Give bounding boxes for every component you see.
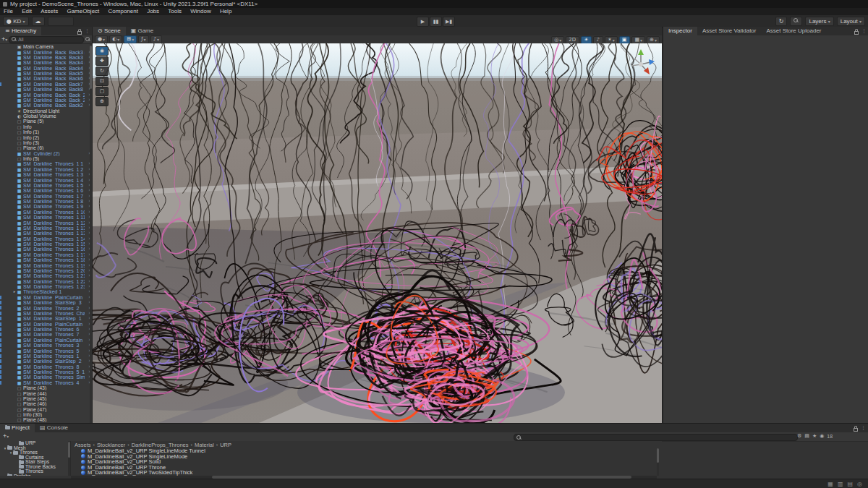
hierarchy-item[interactable]: SM_Darkline_Thrones_2 <box>0 305 92 310</box>
tab-scene[interactable]: ⊙ Scene <box>93 27 126 35</box>
hierarchy-item[interactable]: SM_Darkline_Thrones_1 14 <box>0 236 92 241</box>
view-tool[interactable]: ◉ <box>95 46 109 56</box>
hierarchy-item[interactable]: SM_Darkline_Thrones_1 21 <box>0 273 92 278</box>
hierarchy-item[interactable]: SM_Darkline_Back_Back8 <box>0 87 92 92</box>
search-by-label-icon[interactable]: ▤ <box>804 433 809 439</box>
lock-icon[interactable] <box>853 426 858 431</box>
hierarchy-item[interactable]: SM_Darkline_Back_Back_2 (1) <box>0 92 92 97</box>
hierarchy-item[interactable]: SM_Darkline_Back_Back4 <box>0 66 92 71</box>
hierarchy-item[interactable]: Info <box>0 124 92 129</box>
hierarchy-item[interactable]: SM_Darkline_Thrones_1 2 <box>0 167 92 172</box>
menu-item[interactable]: Jobs <box>143 8 163 15</box>
hierarchy-item[interactable]: SM_Darkline_Thrones_8 <box>0 364 92 369</box>
play-button[interactable]: ▶ <box>417 17 429 27</box>
hierarchy-item[interactable]: SM_Darkline_Thrones_1 16 <box>0 247 92 252</box>
hierarchy-item[interactable]: SM_Darkline_Thrones_1 23 <box>0 284 92 289</box>
hierarchy-item[interactable]: SM_Darkline_Back_Back6 <box>0 76 92 81</box>
hierarchy-item[interactable]: SM_Darkline_Back_Back_2 <box>0 98 92 103</box>
scene-overlay-dropdown[interactable]: ƒ▾ <box>138 35 148 43</box>
hierarchy-item[interactable]: SM_Darkline_Back_Back5 <box>0 71 92 76</box>
inspector-tab[interactable]: Inspector <box>663 27 697 35</box>
hierarchy-item[interactable]: SM_Darkline_Thrones_1 8 <box>0 199 92 204</box>
menu-item[interactable]: Tools <box>164 8 185 15</box>
hierarchy-item[interactable]: Plane (46) <box>0 401 92 406</box>
tab-console[interactable]: ▤ Console <box>35 424 73 432</box>
hierarchy-item[interactable]: Plane (44) <box>0 390 92 395</box>
progress-spinner-icon[interactable]: ◎ <box>857 481 862 487</box>
orientation-gizmo[interactable] <box>624 46 658 80</box>
folder-row[interactable]: ▾ Prefabs <box>0 474 70 476</box>
hierarchy-item[interactable]: SM_Darkline_Thrones_1 12 <box>0 220 92 225</box>
hierarchy-item[interactable]: ▸ ThroneStacked 1 <box>0 289 92 294</box>
grid-visibility-dropdown[interactable]: ⊞▾ <box>124 35 137 43</box>
menu-item[interactable]: Help <box>216 8 235 15</box>
hierarchy-item[interactable]: SM_Darkline_Thrones_5 <box>0 348 92 353</box>
hierarchy-item[interactable]: SM_Darkline_Thrones_1 <box>0 354 92 359</box>
hierarchy-item[interactable]: SM_Darkline_Back_Back7 <box>0 82 92 87</box>
tab-hierarchy[interactable]: ≡ Hierarchy <box>0 27 41 35</box>
panel-menu-icon[interactable]: ⋮ <box>861 28 867 34</box>
shading-mode-dropdown[interactable]: ●▾ <box>95 35 108 43</box>
inspector-tab[interactable]: Asset Store Uploader <box>761 27 826 35</box>
hierarchy-item[interactable]: SM_Darkline_Thrones_1 22 <box>0 279 92 284</box>
hierarchy-item[interactable]: Plane (45) <box>0 396 92 401</box>
search-filter-icon[interactable] <box>85 37 90 42</box>
hierarchy-item[interactable]: SM_Darkline_Thrones_1 19 <box>0 262 92 267</box>
hierarchy-item[interactable]: Plane (48) <box>0 417 92 422</box>
hierarchy-item[interactable]: SM_Darkline_Thrones_5_1 <box>0 369 92 374</box>
rect-tool[interactable]: ▢ <box>95 87 109 96</box>
cache-status-icon[interactable]: ▥ <box>838 481 843 487</box>
hierarchy-item[interactable]: SM_Darkline_Thrones_6 <box>0 327 92 332</box>
hierarchy-item[interactable]: SM_Darkline_Thrones_1 9 <box>0 204 92 209</box>
hierarchy-item[interactable]: Global Volume <box>0 114 92 119</box>
hierarchy-item[interactable]: SM_Darkline_Thrones_1 13 <box>0 226 92 231</box>
hierarchy-item[interactable]: SM_Darkline_StairStep_2 <box>0 359 92 364</box>
menu-item[interactable]: Edit <box>18 8 35 15</box>
hierarchy-item[interactable]: SM_Darkline_Back_Back4 (1) <box>0 60 92 65</box>
cloud-services-button[interactable]: ☁ <box>32 17 45 26</box>
transform-tool[interactable]: ⊕ <box>95 97 109 106</box>
hierarchy-item[interactable]: SM_Darkline_Thrones_1 3 <box>0 172 92 177</box>
favorites-star-icon[interactable]: ★ <box>812 433 817 439</box>
hierarchy-item[interactable]: Main Camera <box>0 44 92 49</box>
search-by-type-icon[interactable]: ⚙ <box>797 433 801 439</box>
hierarchy-item[interactable]: SM_Darkline_Thrones_1 5 <box>0 183 92 188</box>
material-asset-row[interactable]: M_DarklineBall_v2_URP TwoSidedTipThick <box>71 470 662 476</box>
hierarchy-item[interactable]: Info (3) <box>0 140 92 145</box>
hierarchy-item[interactable]: SM_Darkline_Thrones_1 11 <box>0 215 92 220</box>
hierarchy-item[interactable]: SM_Darkline_PlainCurtain_3 <box>0 295 92 300</box>
breadcrumb-item[interactable]: URP <box>220 442 234 448</box>
hierarchy-scrollbar[interactable] <box>90 44 92 423</box>
hierarchy-item[interactable]: Info (1) <box>0 129 92 134</box>
layout-dropdown[interactable]: Layout ▾ <box>837 17 865 26</box>
menu-item[interactable]: Assets <box>37 8 61 15</box>
tab-project[interactable]: Project <box>0 424 35 432</box>
create-asset-button[interactable]: +▾ <box>3 433 9 440</box>
hierarchy-item[interactable]: SM_Darkline_Back_Back2 <box>0 103 92 108</box>
hierarchy-item[interactable]: SM_Darkline_PlainCurtain_2 <box>0 338 92 343</box>
hierarchy-item[interactable]: SM_Darkline_Thrones_Simple <box>0 374 92 380</box>
hierarchy-item[interactable]: SM_Darkline_Thrones_1 7 <box>0 194 92 199</box>
menu-item[interactable]: GameObject <box>63 8 103 15</box>
layers-dropdown[interactable]: Layers ▾ <box>805 17 833 26</box>
hierarchy-item[interactable]: SM_Darkline_Back_Back3 <box>0 55 92 60</box>
hierarchy-item[interactable]: SM_Darkline_StairStep_1 <box>0 316 92 321</box>
move-tool[interactable]: ✚ <box>95 56 109 66</box>
hierarchy-item[interactable]: SM_Darkline_Thrones_7 <box>0 332 92 337</box>
file-list-scrollbar[interactable] <box>657 448 659 476</box>
account-button[interactable]: ● KD ▾ <box>3 17 29 26</box>
project-search-input[interactable] <box>514 434 798 441</box>
rotate-tool[interactable]: ↻ <box>95 67 109 76</box>
menu-item[interactable]: File <box>0 8 17 15</box>
lock-icon[interactable] <box>77 29 82 34</box>
activity-status-icon[interactable]: ▤ <box>847 481 853 487</box>
lock-icon[interactable] <box>854 29 859 34</box>
hierarchy-item[interactable]: SM_Darkline_Thrones_1 15 <box>0 241 92 247</box>
hierarchy-item[interactable]: Info (5) <box>0 156 92 161</box>
hierarchy-item[interactable]: SM_Darkline_Thrones_1 20 <box>0 268 92 273</box>
menu-item[interactable]: Window <box>187 8 214 15</box>
hierarchy-item[interactable]: SM_Darkline_Thrones_4 <box>0 380 92 385</box>
debug-mode-dropdown[interactable]: ◐▾ <box>109 35 122 43</box>
hierarchy-item[interactable]: SM_Darkline_Back_Back3 (1) <box>0 49 92 54</box>
create-object-button[interactable]: +▾ <box>1 36 7 43</box>
